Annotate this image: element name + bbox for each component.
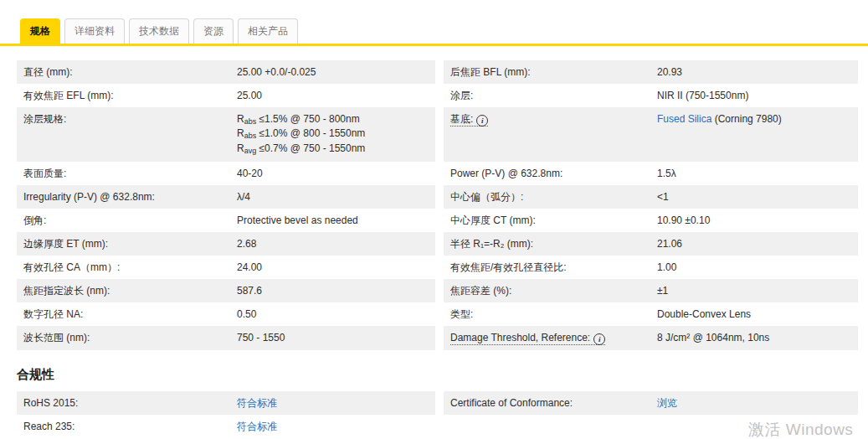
spec-value: Protective bevel as needed <box>230 209 435 232</box>
tab-specifications[interactable]: 规格 <box>20 18 60 44</box>
spec-label: 倒角: <box>17 209 230 232</box>
spec-row: 表面质量: 40-20 Power (P-V) @ 632.8nm: 1.5λ <box>17 162 858 185</box>
spec-value: λ/4 <box>230 185 435 209</box>
spec-label: 半径 R₁=-R₂ (mm): <box>444 232 650 256</box>
spec-row: Irregularity (P-V) @ 632.8nm: λ/4 中心偏（弧分… <box>17 185 858 209</box>
spec-value: 25.00 <box>230 84 435 107</box>
windows-activation-watermark: 激活 Windows <box>748 419 853 439</box>
spec-value: 25.00 +0.0/-0.025 <box>230 60 435 84</box>
spec-value: 2.68 <box>230 232 435 256</box>
spec-label: 焦距指定波长 (nm): <box>17 279 230 302</box>
tab-details[interactable]: 详细资料 <box>64 18 125 44</box>
spec-row: 有效焦距 EFL (mm): 25.00 涂层: NIR II (750-155… <box>17 84 858 107</box>
spec-label: 焦距容差 (%): <box>444 279 650 302</box>
spec-label: 中心厚度 CT (mm): <box>444 209 650 232</box>
spec-value: 10.90 ±0.10 <box>650 209 858 232</box>
spec-label: 后焦距 BFL (mm): <box>444 60 650 84</box>
reach-compliant-link[interactable]: 符合标准 <box>237 421 277 432</box>
spec-label: Irregularity (P-V) @ 632.8nm: <box>17 185 230 209</box>
spec-row: 波长范围 (nm): 750 - 1550 Damage Threshold, … <box>17 326 858 350</box>
info-icon[interactable]: i <box>476 115 488 127</box>
spec-value: 24.00 <box>230 256 435 279</box>
spec-value: 750 - 1550 <box>230 326 435 350</box>
spec-label: 有效孔径 CA（mm）: <box>17 256 230 279</box>
spec-value-substrate: Fused Silica (Corning 7980) <box>650 107 858 162</box>
spec-value: 1.5λ <box>650 162 858 185</box>
spec-label-substrate: 基底:i <box>444 107 650 162</box>
compliance-label: Certificate of Conformance: <box>444 391 650 415</box>
spec-row: 有效孔径 CA（mm）: 24.00 有效焦距/有效孔径直径比: 1.00 <box>17 256 858 279</box>
spec-value: NIR II (750-1550nm) <box>650 84 858 107</box>
compliance-label: Reach 235: <box>17 415 230 438</box>
spec-label: 中心偏（弧分）: <box>444 185 650 209</box>
spec-label: 表面质量: <box>17 162 230 185</box>
spec-row: 倒角: Protective bevel as needed 中心厚度 CT (… <box>17 209 858 232</box>
spec-row: 直径 (mm): 25.00 +0.0/-0.025 后焦距 BFL (mm):… <box>17 60 858 84</box>
tab-related-products[interactable]: 相关产品 <box>238 18 298 44</box>
spec-value: 40-20 <box>230 162 435 185</box>
compliance-heading: 合规性 <box>17 367 868 383</box>
info-icon[interactable]: i <box>593 333 605 345</box>
spec-value: 20.93 <box>650 60 858 84</box>
spec-value-coating: Rabs ≤1.5% @ 750 - 800nm Rabs ≤1.0% @ 80… <box>230 107 435 162</box>
spec-table: 直径 (mm): 25.00 +0.0/-0.025 后焦距 BFL (mm):… <box>17 60 858 350</box>
spec-label: 涂层规格: <box>17 107 230 162</box>
spec-value: <1 <box>650 185 858 209</box>
compliance-row: RoHS 2015: 符合标准 Certificate of Conforman… <box>17 391 858 415</box>
spec-value: 1.00 <box>650 256 858 279</box>
spec-value: 0.50 <box>230 302 435 326</box>
fused-silica-link[interactable]: Fused Silica <box>657 113 711 125</box>
compliance-table: RoHS 2015: 符合标准 Certificate of Conforman… <box>17 391 858 438</box>
spec-label: 波长范围 (nm): <box>17 326 230 350</box>
spec-label: 直径 (mm): <box>17 60 230 84</box>
spec-row: 涂层规格: Rabs ≤1.5% @ 750 - 800nm Rabs ≤1.0… <box>17 107 858 162</box>
spec-label: Power (P-V) @ 632.8nm: <box>444 162 650 185</box>
spec-value: Double-Convex Lens <box>650 302 858 326</box>
spec-row: 焦距指定波长 (nm): 587.6 焦距容差 (%): ±1 <box>17 279 858 302</box>
rohs-compliant-link[interactable]: 符合标准 <box>237 397 277 409</box>
spec-row: 边缘厚度 ET (mm): 2.68 半径 R₁=-R₂ (mm): 21.06 <box>17 232 858 256</box>
tab-technical-data[interactable]: 技术数据 <box>129 18 189 44</box>
spec-label: 涂层: <box>444 84 650 107</box>
spec-label: 数字孔径 NA: <box>17 302 230 326</box>
spec-label: 有效焦距 EFL (mm): <box>17 84 230 107</box>
spec-label: 类型: <box>444 302 650 326</box>
spec-value: 21.06 <box>650 232 858 256</box>
tab-bar: 规格 详细资料 技术数据 资源 相关产品 <box>0 18 868 46</box>
spec-label-damage-threshold: Damage Threshold, Reference:i <box>444 326 650 350</box>
certificate-view-link[interactable]: 浏览 <box>657 397 677 409</box>
spec-label: 有效焦距/有效孔径直径比: <box>444 256 650 279</box>
spec-row: 数字孔径 NA: 0.50 类型: Double-Convex Lens <box>17 302 858 326</box>
spec-value: 8 J/cm² @ 1064nm, 10ns <box>650 326 858 350</box>
compliance-label: RoHS 2015: <box>17 391 230 415</box>
compliance-row: Reach 235: 符合标准 <box>17 415 858 438</box>
spec-label: 边缘厚度 ET (mm): <box>17 232 230 256</box>
spec-value: ±1 <box>650 279 858 302</box>
tab-resources[interactable]: 资源 <box>193 18 234 44</box>
spec-value: 587.6 <box>230 279 435 302</box>
